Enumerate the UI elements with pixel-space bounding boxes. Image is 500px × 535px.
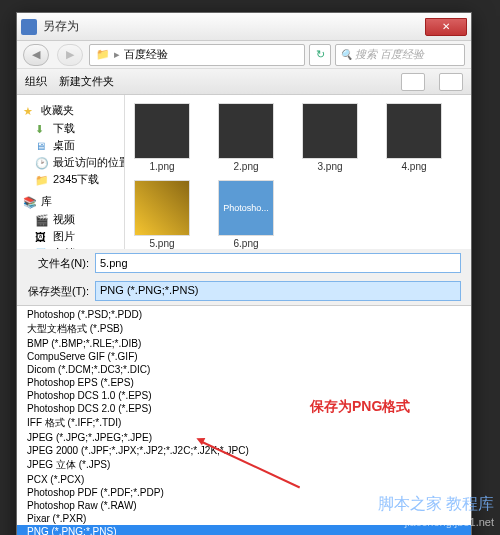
- app-icon: [21, 19, 37, 35]
- thumbnail: [218, 103, 274, 159]
- filetype-option[interactable]: PCX (*.PCX): [17, 473, 471, 486]
- thumbnail: [134, 103, 190, 159]
- filetype-option[interactable]: Photoshop (*.PSD;*.PDD): [17, 308, 471, 321]
- filetype-option[interactable]: 大型文档格式 (*.PSB): [17, 321, 471, 337]
- newfolder-button[interactable]: 新建文件夹: [59, 74, 114, 89]
- file-item[interactable]: Photosho...6.png: [213, 180, 279, 249]
- search-icon: 🔍: [340, 49, 352, 60]
- filename-label: 文件名(N):: [27, 256, 89, 271]
- thumbnail: [386, 103, 442, 159]
- filetype-option[interactable]: Photoshop DCS 1.0 (*.EPS): [17, 389, 471, 402]
- file-item[interactable]: 3.png: [297, 103, 363, 172]
- file-item[interactable]: 4.png: [381, 103, 447, 172]
- recent-icon: 🕑: [35, 157, 49, 169]
- filetype-label: 保存类型(T):: [27, 284, 89, 299]
- breadcrumb-sep: ▸: [114, 48, 120, 61]
- organize-button[interactable]: 组织: [25, 74, 47, 89]
- sidebar-item-pictures[interactable]: 🖼图片: [21, 228, 120, 245]
- video-icon: 🎬: [35, 214, 49, 226]
- search-input[interactable]: 🔍 搜索 百度经验: [335, 44, 465, 66]
- sidebar-item-recent[interactable]: 🕑最近访问的位置: [21, 154, 120, 171]
- refresh-button[interactable]: ↻: [309, 44, 331, 66]
- address-bar[interactable]: 📁 ▸ 百度经验: [89, 44, 305, 66]
- filetype-option[interactable]: BMP (*.BMP;*.RLE;*.DIB): [17, 337, 471, 350]
- filename-row: 文件名(N):: [17, 249, 471, 277]
- search-placeholder: 搜索 百度经验: [355, 47, 424, 62]
- folder-icon: 📁: [35, 174, 49, 186]
- thumbnail: [302, 103, 358, 159]
- file-item[interactable]: 5.png: [129, 180, 195, 249]
- download-icon: ⬇: [35, 123, 49, 135]
- nav-back-button[interactable]: ◀: [23, 44, 49, 66]
- thumbnail: [134, 180, 190, 236]
- thumbnail: Photosho...: [218, 180, 274, 236]
- sidebar-favorites[interactable]: ★收藏夹: [21, 101, 120, 120]
- filetype-option[interactable]: Dicom (*.DCM;*.DC3;*.DIC): [17, 363, 471, 376]
- sidebar-item-documents[interactable]: 📄文档: [21, 245, 120, 249]
- sidebar-item-desktop[interactable]: 🖥桌面: [21, 137, 120, 154]
- document-icon: 📄: [35, 248, 49, 250]
- help-button[interactable]: [439, 73, 463, 91]
- sidebar: ★收藏夹 ⬇下载 🖥桌面 🕑最近访问的位置 📁2345下载 📚库 🎬视频 🖼图片…: [17, 95, 125, 249]
- save-as-dialog: 另存为 ✕ ◀ ▶ 📁 ▸ 百度经验 ↻ 🔍 搜索 百度经验 组织 新建文件夹 …: [16, 12, 472, 535]
- nav-forward-button[interactable]: ▶: [57, 44, 83, 66]
- picture-icon: 🖼: [35, 231, 49, 243]
- filetype-select[interactable]: PNG (*.PNG;*.PNS): [95, 281, 461, 301]
- filename-input[interactable]: [95, 253, 461, 273]
- filetype-option[interactable]: Photoshop DCS 2.0 (*.EPS): [17, 402, 471, 415]
- library-icon: 📚: [23, 196, 37, 208]
- filetype-option[interactable]: JPEG 2000 (*.JPF;*.JPX;*.JP2;*.J2C;*.J2K…: [17, 444, 471, 457]
- sidebar-libraries[interactable]: 📚库: [21, 192, 120, 211]
- file-item[interactable]: 2.png: [213, 103, 279, 172]
- file-grid[interactable]: 1.png 2.png 3.png 4.png 5.png Photosho..…: [125, 95, 471, 249]
- sidebar-item-2345[interactable]: 📁2345下载: [21, 171, 120, 188]
- dialog-body: ★收藏夹 ⬇下载 🖥桌面 🕑最近访问的位置 📁2345下载 📚库 🎬视频 🖼图片…: [17, 95, 471, 249]
- titlebar[interactable]: 另存为 ✕: [17, 13, 471, 41]
- breadcrumb-folder[interactable]: 百度经验: [124, 47, 168, 62]
- dialog-title: 另存为: [43, 18, 79, 35]
- folder-icon: 📁: [96, 48, 110, 61]
- watermark: 脚本之家 教程库 jiaocheng.jb51.net: [378, 494, 494, 529]
- toolbar: 组织 新建文件夹: [17, 69, 471, 95]
- sidebar-item-downloads[interactable]: ⬇下载: [21, 120, 120, 137]
- address-row: ◀ ▶ 📁 ▸ 百度经验 ↻ 🔍 搜索 百度经验: [17, 41, 471, 69]
- close-button[interactable]: ✕: [425, 18, 467, 36]
- filetype-option[interactable]: JPEG 立体 (*.JPS): [17, 457, 471, 473]
- filetype-option[interactable]: JPEG (*.JPG;*.JPEG;*.JPE): [17, 431, 471, 444]
- filetype-option[interactable]: CompuServe GIF (*.GIF): [17, 350, 471, 363]
- sidebar-item-videos[interactable]: 🎬视频: [21, 211, 120, 228]
- filetype-row: 保存类型(T): PNG (*.PNG;*.PNS): [17, 277, 471, 305]
- view-mode-button[interactable]: [401, 73, 425, 91]
- file-item[interactable]: 1.png: [129, 103, 195, 172]
- filetype-option[interactable]: IFF 格式 (*.IFF;*.TDI): [17, 415, 471, 431]
- desktop-icon: 🖥: [35, 140, 49, 152]
- filetype-option[interactable]: Photoshop EPS (*.EPS): [17, 376, 471, 389]
- star-icon: ★: [23, 105, 37, 117]
